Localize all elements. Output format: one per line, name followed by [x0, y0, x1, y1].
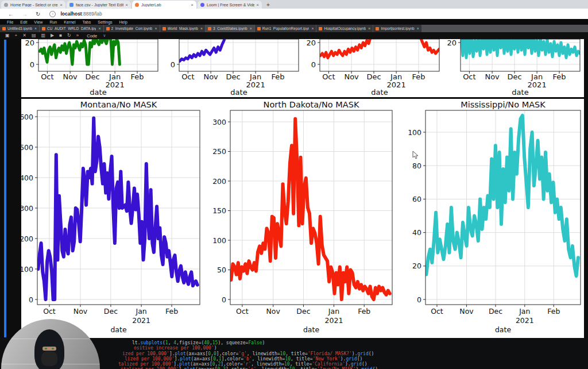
code-token: (): [357, 356, 363, 362]
selected-cell-indicator-bar[interactable]: [4, 40, 6, 337]
notebook-tab[interactable]: 2_Investigate_Corr.ipynb×: [104, 25, 160, 32]
browser-tab[interactable]: JupyterLab×: [132, 1, 196, 9]
svg-text:Jan: Jan: [249, 72, 261, 81]
svg-text:Jan: Jan: [531, 72, 543, 81]
notebook-tab[interactable]: HospitalOccupancy.ipynb×: [316, 25, 373, 32]
svg-text:Oct: Oct: [463, 72, 475, 81]
svg-text:2021: 2021: [106, 80, 125, 89]
code-line: italized per 100,000'].plot(ax=axs[0,3],…: [121, 367, 588, 369]
tab-close-icon[interactable]: ×: [417, 26, 419, 30]
paste-cell-button[interactable]: ▥: [41, 32, 46, 39]
tab-close-icon[interactable]: ×: [125, 2, 128, 7]
svg-text:Feb: Feb: [553, 72, 566, 81]
svg-text:Nov: Nov: [74, 307, 88, 316]
menubar-item-settings[interactable]: Settings: [98, 20, 112, 24]
copy-cell-button[interactable]: ▤: [32, 32, 36, 39]
svg-text:Oct: Oct: [43, 307, 56, 316]
svg-text:Feb: Feb: [412, 72, 425, 81]
tab-close-icon[interactable]: ×: [98, 26, 100, 30]
tab-close-icon[interactable]: ×: [250, 26, 252, 30]
notebook-tab[interactable]: World_Mask.ipynb×: [160, 25, 205, 32]
add-cell-button[interactable]: +: [15, 32, 18, 39]
restart-kernel-button[interactable]: ↻: [67, 32, 71, 39]
code-token: plot: [180, 356, 191, 362]
tab-close-icon[interactable]: ×: [154, 26, 157, 30]
save-button[interactable]: ▣: [5, 32, 10, 39]
notebook-tab[interactable]: Untitled3.ipynb×: [0, 25, 39, 32]
tab-close-icon[interactable]: ×: [34, 26, 37, 30]
code-token: ), squeeze=: [218, 340, 248, 345]
svg-text:Jan: Jan: [519, 307, 530, 316]
chart-montana: 6005004003002001000OctNovDecJan2021Febda…: [21, 99, 209, 340]
svg-text:2021: 2021: [246, 80, 265, 89]
code-token: ,figsize=(: [176, 340, 204, 345]
restart-run-all-button[interactable]: »: [76, 32, 79, 39]
back-icon[interactable]: ←: [8, 11, 14, 17]
code-token: , linewidth=: [251, 362, 284, 367]
code-line: lt.subplots(1, 4,figsize=(40,15), squeez…: [132, 340, 588, 345]
notebook-tab[interactable]: 3_CovidStates.ipynb×: [206, 25, 254, 32]
svg-text:20: 20: [412, 262, 421, 270]
tab-close-icon[interactable]: ×: [191, 2, 194, 7]
notebook-tab-label: HospitalOccupancy.ipynb: [324, 26, 366, 30]
svg-text:2021: 2021: [325, 316, 343, 325]
svg-text:date: date: [495, 325, 511, 334]
browser-tab[interactable]: Loom | Free Screen & Video Rec×: [198, 1, 262, 9]
refresh-icon[interactable]: ↻: [36, 11, 40, 17]
new-tab-button[interactable]: +: [266, 2, 270, 9]
code-token: (ax=axs[: [195, 367, 218, 369]
menubar-item-kernel[interactable]: Kernel: [64, 20, 75, 24]
person-eye: [45, 348, 47, 349]
svg-text:date: date: [512, 88, 528, 97]
menubar-item-file[interactable]: File: [7, 20, 13, 24]
browser-tab-title: JupyterLab: [141, 3, 189, 7]
svg-text:20: 20: [25, 39, 34, 47]
notebook-tab[interactable]: CU_AUDIT_WRLD_DATA.ipy×: [40, 25, 103, 32]
svg-text:date: date: [110, 325, 126, 334]
code-token: ): [262, 340, 265, 345]
menubar-item-edit[interactable]: Edit: [20, 20, 27, 24]
tab-close-icon[interactable]: ×: [368, 26, 370, 30]
tab-close-icon[interactable]: ×: [200, 26, 203, 30]
notebook-file-icon: [319, 27, 322, 30]
svg-text:Mississippi/No MASK: Mississippi/No MASK: [461, 100, 546, 109]
menubar-item-tabs[interactable]: Tabs: [82, 20, 91, 24]
cut-cell-button[interactable]: ✕: [22, 32, 26, 39]
code-token: 'c': [248, 367, 256, 369]
notebook-tab-bar: Untitled3.ipynb×CU_AUDIT_WRLD_DATA.ipy×2…: [0, 25, 588, 32]
url-text[interactable]: localhost:8889/lab: [60, 11, 102, 17]
code-token: ].: [179, 367, 184, 369]
stop-kernel-button[interactable]: ■: [59, 32, 62, 39]
tab-close-icon[interactable]: ×: [256, 2, 259, 7]
code-token: (ax=axs[: [191, 356, 214, 362]
cell-type-dropdown[interactable]: Code: [87, 33, 97, 39]
code-token: lized per 100,000': [125, 356, 175, 362]
svg-text:Feb: Feb: [272, 72, 285, 81]
svg-text:50: 50: [217, 266, 226, 274]
code-token: 'Iowa/No MASK': [317, 367, 355, 369]
tab-close-icon[interactable]: ×: [311, 26, 314, 30]
browser-tab[interactable]: face.csv - Jupyter Text Editor×: [67, 1, 131, 9]
svg-text:250: 250: [212, 147, 226, 156]
code-token: subplots: [140, 340, 163, 345]
loom-favicon-icon: [200, 3, 204, 7]
tab-close-icon[interactable]: ×: [60, 2, 63, 7]
notebook-tab[interactable]: Importjsontest.ipynb×: [373, 25, 421, 32]
notebook-tab-label: 3_CovidStates.ipynb: [213, 26, 247, 30]
browser-tab[interactable]: Home Page - Select or create a n×: [1, 1, 65, 9]
svg-text:date: date: [371, 88, 388, 97]
browser-tab-title: Home Page - Select or create a n: [10, 3, 58, 7]
svg-text:Nov: Nov: [459, 307, 474, 316]
menubar-item-help[interactable]: Help: [119, 20, 127, 24]
code-token: ).: [345, 362, 351, 367]
menubar-item-run[interactable]: Run: [49, 20, 57, 24]
menubar-item-view[interactable]: View: [34, 20, 42, 24]
site-info-icon[interactable]: i: [49, 11, 56, 17]
run-cell-button[interactable]: ▶: [51, 32, 54, 39]
notebook-tab-label: Importjsontest.ipynb: [381, 26, 414, 30]
forward-icon[interactable]: →: [22, 11, 28, 17]
browser-address-bar[interactable]: ← → ↻ i localhost:8889/lab: [0, 9, 588, 20]
file-blue-favicon-icon: [69, 3, 74, 7]
svg-text:150: 150: [212, 206, 226, 215]
notebook-tab[interactable]: Run1_PopulationReport.ipyr×: [255, 25, 316, 32]
